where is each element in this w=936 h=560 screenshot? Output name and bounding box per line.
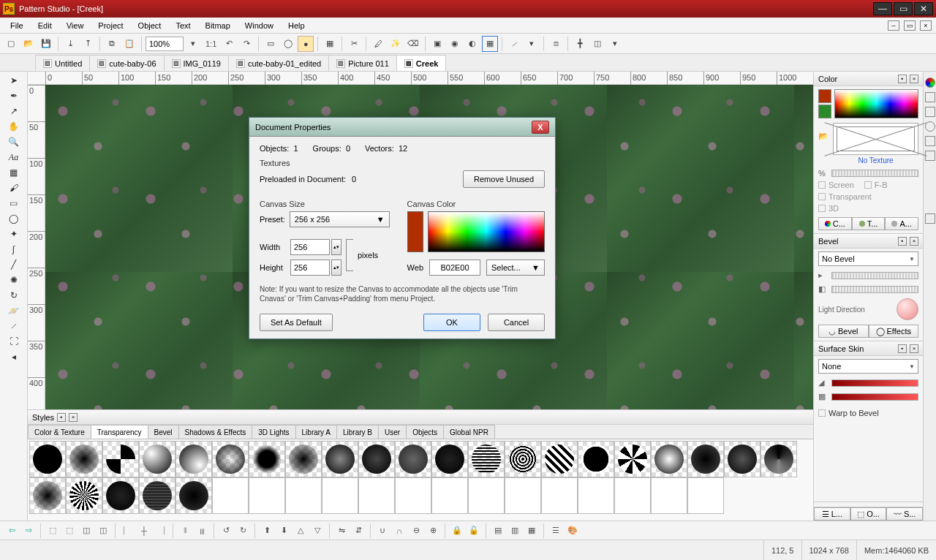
nav-prev-button[interactable]: ⇦ (4, 523, 19, 538)
strip-layers-icon[interactable] (925, 92, 935, 102)
fb-checkbox[interactable] (864, 181, 872, 189)
strip-color-icon[interactable] (925, 77, 935, 88)
bevel-slider-2[interactable] (831, 286, 918, 293)
style-swatch[interactable] (322, 441, 358, 477)
menu-edit[interactable]: Edit (32, 20, 58, 31)
combine-button[interactable]: ◫ (79, 523, 94, 538)
grid-button[interactable]: ▦ (322, 36, 338, 52)
shape-rect-button[interactable]: ▭ (263, 36, 279, 52)
flip-h-button[interactable]: ⇋ (334, 523, 349, 538)
doc-tab[interactable]: ▨IMG_0119 (164, 55, 229, 71)
strip-lines-icon[interactable] (925, 136, 935, 146)
color-tab-t[interactable]: T... (852, 217, 886, 230)
align-button[interactable]: ⧈ (548, 36, 564, 52)
style-swatch[interactable] (541, 441, 578, 477)
cancel-button[interactable]: Cancel (488, 314, 545, 331)
minimize-button[interactable]: — (873, 2, 892, 15)
flip-v-button[interactable]: ⇵ (351, 523, 366, 538)
maximize-button[interactable]: ▭ (894, 2, 913, 15)
select-ellipse-button[interactable]: ◉ (447, 36, 463, 52)
current-color-swatch[interactable] (407, 211, 423, 252)
style-swatch[interactable] (358, 477, 395, 514)
crop-tool[interactable]: ⛶ (7, 334, 21, 349)
more-tool[interactable]: ◂ (7, 349, 21, 364)
skin-close-icon[interactable]: × (910, 344, 918, 353)
close-button[interactable]: ✕ (914, 2, 933, 15)
doc-tab[interactable]: ▨Picture 011 (328, 55, 397, 71)
style-swatch[interactable] (29, 441, 66, 477)
zoom-tool[interactable]: 🔍 (7, 135, 21, 149)
doc-tab[interactable]: ▨Creek (396, 55, 447, 71)
style-swatch[interactable] (651, 477, 687, 514)
style-swatch[interactable] (760, 441, 797, 477)
height-spin[interactable]: ▴▾ (331, 260, 341, 276)
break-button[interactable]: ◫ (96, 523, 110, 538)
undo-button[interactable]: ↶ (221, 36, 237, 52)
import-button[interactable]: ⤓ (62, 36, 78, 52)
web-select-button[interactable]: Select...▼ (486, 260, 545, 276)
styles-tab[interactable]: Bevel (148, 425, 179, 439)
screen-checkbox[interactable] (818, 181, 826, 189)
misc-1-button[interactable]: ▤ (491, 523, 505, 538)
color-spectrum[interactable] (834, 89, 918, 118)
path-union-button[interactable]: ∪ (375, 523, 390, 538)
eraser-button[interactable]: ⌫ (405, 36, 421, 52)
style-swatch[interactable] (468, 477, 505, 514)
palette-button[interactable]: 🎨 (565, 523, 580, 538)
text-tool[interactable]: Aa (7, 150, 21, 164)
paste-button[interactable]: 📋 (121, 36, 137, 52)
backward-button[interactable]: ▽ (310, 523, 325, 538)
link-wh-icon[interactable] (346, 239, 353, 271)
style-swatch[interactable] (249, 477, 285, 514)
styles-tab[interactable]: Objects (406, 425, 444, 439)
remove-unused-button[interactable]: Remove Unused (463, 170, 545, 188)
menu-project[interactable]: Project (92, 20, 129, 31)
rotate-right-button[interactable]: ↻ (235, 523, 250, 538)
style-swatch[interactable] (66, 477, 102, 514)
menu-window[interactable]: Window (239, 20, 279, 31)
brush-button[interactable]: 🖊 (370, 36, 386, 52)
dialog-close-button[interactable]: X (532, 121, 549, 134)
bevel-play-icon[interactable]: ▸ (818, 270, 829, 280)
style-swatch[interactable] (285, 477, 322, 514)
style-swatch[interactable] (212, 477, 249, 514)
style-swatch[interactable] (395, 441, 431, 477)
hand-tool[interactable]: ✋ (7, 119, 21, 134)
styles-tab[interactable]: Library B (336, 425, 379, 439)
pointer-tool[interactable]: ➤ (7, 73, 21, 88)
set-default-button[interactable]: Set As Default (260, 314, 333, 331)
menu-object[interactable]: Object (132, 20, 167, 31)
bevel-preset-select[interactable]: No Bevel▼ (818, 251, 918, 266)
copy-button[interactable]: ⧉ (104, 36, 120, 52)
skin-slider-1[interactable] (831, 379, 918, 387)
menu-bitmap[interactable]: Bitmap (200, 20, 236, 31)
unlock-button[interactable]: 🔓 (467, 523, 481, 538)
star-tool[interactable]: ✦ (7, 227, 21, 241)
dropper-dropdown[interactable]: ▾ (524, 36, 540, 52)
dialog-titlebar[interactable]: Document Properties X (249, 118, 555, 137)
style-swatch[interactable] (102, 477, 139, 514)
style-swatch[interactable] (176, 441, 212, 477)
node-tool[interactable]: ↗ (7, 104, 21, 118)
cut-tool-button[interactable]: ✂ (346, 36, 362, 52)
zoom-input[interactable] (146, 37, 184, 51)
snap-dropdown[interactable]: ▾ (607, 36, 623, 52)
misc-2-button[interactable]: ▥ (507, 523, 522, 538)
transparent-checkbox[interactable] (818, 193, 826, 200)
strip-arrows-icon[interactable] (925, 213, 935, 224)
rotate-left-button[interactable]: ↺ (219, 523, 233, 538)
open-button[interactable]: 📂 (20, 36, 37, 52)
bottom-tab-l[interactable]: ☰L... (814, 507, 850, 521)
path-xor-button[interactable]: ⊕ (426, 523, 440, 538)
front-button[interactable]: ⬆ (260, 523, 274, 538)
align-right-button[interactable]: ⎹ (154, 523, 168, 538)
redo-button[interactable]: ↷ (238, 36, 254, 52)
bevel-close-icon[interactable]: × (910, 237, 918, 246)
styles-tab[interactable]: Global NPR (443, 425, 495, 439)
styles-tab[interactable]: 3D Lights (252, 425, 295, 439)
rect-tool[interactable]: ▭ (7, 196, 21, 211)
styles-tab[interactable]: Color & Texture (28, 425, 91, 439)
style-swatch[interactable] (431, 441, 468, 477)
style-swatch[interactable] (139, 441, 176, 477)
style-swatch[interactable] (541, 477, 578, 514)
